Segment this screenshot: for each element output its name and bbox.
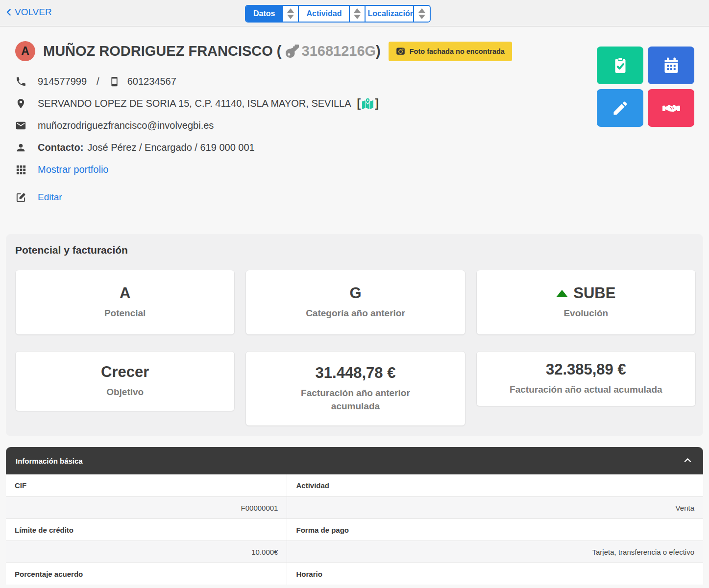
field-label-limite-credito: Límite de crédito	[6, 518, 287, 541]
phone-separator: /	[97, 76, 99, 87]
clipboard-check-icon	[611, 57, 629, 74]
handshake-icon	[662, 99, 680, 117]
spinner-up-icon	[354, 8, 361, 13]
spinner-down-icon	[418, 15, 425, 19]
field-value-cif: F00000001	[6, 496, 287, 518]
spinner-up-icon	[287, 8, 294, 13]
location-icon	[15, 98, 38, 109]
tab-localizacion[interactable]: Localización	[366, 6, 414, 22]
photo-missing-badge: Foto fachada no encontrada	[389, 42, 512, 61]
edit-button[interactable]	[597, 89, 643, 127]
contact-label: Contacto:	[38, 142, 83, 153]
contact-person-row: Contacto: José Pérez / Encargado / 619 0…	[15, 141, 709, 154]
tab-datos[interactable]: Datos	[246, 6, 283, 22]
back-button[interactable]: VOLVER	[5, 7, 52, 18]
map-icon	[361, 97, 374, 110]
card-label: Potencial	[104, 307, 146, 320]
photo-missing-badge-label: Foto fachada no encontrada	[410, 47, 505, 55]
tab-actividad[interactable]: Actividad	[299, 6, 350, 22]
bracket-open: [	[357, 97, 361, 110]
card-potencial: A Potencial	[15, 270, 235, 335]
trend-up-icon	[556, 290, 568, 297]
basic-info-section: Información básica CIF Actividad F000000…	[6, 447, 703, 585]
tab-group: Datos Actividad Localización	[245, 5, 431, 23]
card-objetivo: Crecer Objetivo	[15, 351, 235, 411]
field-label-porcentaje-acuerdo: Porcentaje acuerdo	[6, 563, 287, 585]
portfolio-row: Mostrar portfolio	[15, 163, 709, 176]
envelope-icon	[15, 120, 38, 131]
paren-close: )	[376, 43, 381, 59]
card-value: G	[349, 284, 361, 302]
card-label: Facturación año actual acumulada	[510, 383, 662, 397]
deal-button[interactable]	[648, 89, 694, 127]
card-value: SUBE	[556, 284, 615, 302]
edit-row: Editar	[15, 190, 709, 204]
customer-name: MUÑOZ RODRIGUEZ FRANCISCO	[43, 43, 273, 59]
potencial-title: Potencial y facturación	[15, 244, 696, 256]
basic-info-table: CIF Actividad F00000001 Venta Límite de …	[6, 474, 703, 585]
open-map-link[interactable]: [ ]	[357, 97, 379, 110]
phone-icon	[15, 76, 38, 87]
camera-icon	[396, 47, 405, 56]
chevron-up-icon	[684, 458, 691, 463]
card-label: Evolución	[563, 307, 608, 320]
metric-cards: A Potencial G Categoría año anterior SUB…	[15, 270, 696, 426]
basic-info-header[interactable]: Información básica	[6, 447, 703, 474]
card-value: 32.385,89 €	[546, 361, 626, 378]
action-buttons	[597, 47, 694, 127]
tab-localizacion-spinner[interactable]	[414, 6, 430, 22]
trend-value: SUBE	[573, 284, 615, 302]
field-value-forma-pago: Tarjeta, transferencia o efectivo	[287, 541, 703, 563]
phone-number[interactable]: 914577999	[38, 76, 87, 87]
mobile-icon	[109, 76, 120, 87]
tab-actividad-spinner[interactable]	[350, 6, 366, 22]
card-value: A	[120, 284, 130, 302]
card-categoria-anterior: G Categoría año anterior	[245, 270, 465, 335]
avatar: A	[15, 41, 35, 61]
edit-icon	[15, 192, 38, 203]
card-label: Categoría año anterior	[306, 307, 405, 320]
customer-id: 31681216G	[302, 43, 376, 59]
card-evolucion: SUBE Evolución	[476, 270, 696, 335]
field-label-horario: Horario	[287, 563, 703, 585]
tasks-button[interactable]	[597, 47, 643, 84]
grid-icon	[15, 164, 38, 175]
chevron-left-icon	[5, 7, 13, 18]
person-icon	[15, 142, 38, 153]
field-label-forma-pago: Forma de pago	[287, 518, 703, 541]
contact-value: José Pérez / Encargado / 619 000 001	[87, 142, 254, 153]
card-value: Crecer	[101, 363, 149, 381]
potencial-panel: Potencial y facturación A Potencial G Ca…	[6, 234, 703, 436]
collapse-button[interactable]	[684, 457, 691, 464]
field-label-actividad: Actividad	[287, 474, 703, 496]
paren-open: (	[277, 43, 282, 59]
card-facturacion-anterior: 31.448,78 € Facturación año anterior acu…	[245, 351, 465, 426]
address-text: SERVANDO LOPEZ DE SORIA 15, C.P. 41140, …	[38, 98, 351, 109]
calendar-icon	[662, 57, 680, 74]
show-portfolio-link[interactable]: Mostrar portfolio	[38, 164, 109, 175]
card-label: Facturación año anterior acumulada	[282, 387, 429, 413]
spinner-down-icon	[287, 15, 294, 19]
tab-datos-spinner[interactable]	[283, 6, 299, 22]
top-bar: VOLVER Datos Actividad Localización	[0, 0, 709, 26]
basic-info-title: Información básica	[16, 457, 83, 465]
card-value: 31.448,78 €	[316, 364, 396, 382]
mobile-number[interactable]: 601234567	[127, 76, 176, 87]
card-label: Objetivo	[106, 386, 144, 399]
card-facturacion-actual: 32.385,89 € Facturación año actual acumu…	[476, 351, 696, 406]
field-label-cif: CIF	[6, 474, 287, 496]
pencil-icon	[611, 99, 629, 117]
back-label: VOLVER	[15, 7, 52, 18]
field-value-limite-credito: 10.000€	[6, 541, 287, 563]
field-value-actividad: Venta	[287, 496, 703, 518]
spinner-down-icon	[354, 15, 361, 19]
spinner-up-icon	[418, 8, 425, 13]
key-icon	[286, 45, 299, 58]
calendar-button[interactable]	[648, 47, 694, 84]
bracket-close: ]	[375, 97, 379, 110]
email-text[interactable]: muñozrodriguezfrancisco@involvegbi.es	[38, 120, 214, 131]
edit-link[interactable]: Editar	[38, 192, 62, 203]
